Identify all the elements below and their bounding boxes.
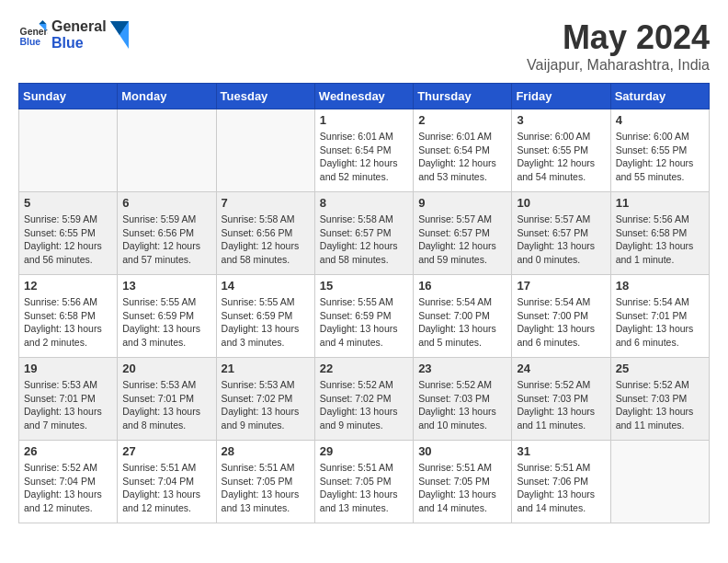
day-number: 2 <box>418 113 506 127</box>
logo-arrow-icon <box>110 21 129 49</box>
calendar-cell <box>19 109 118 192</box>
page-header: General Blue General Blue May 2024 Vaija… <box>18 18 710 74</box>
day-number: 18 <box>616 279 704 293</box>
calendar-cell: 25Sunrise: 5:52 AMSunset: 7:03 PMDayligh… <box>610 358 709 441</box>
cell-info: Sunrise: 5:59 AMSunset: 6:55 PMDaylight:… <box>24 213 112 267</box>
column-header-monday: Monday <box>118 84 216 109</box>
logo-text-general: General <box>51 18 107 35</box>
day-number: 24 <box>517 362 605 375</box>
calendar-cell: 9Sunrise: 5:57 AMSunset: 6:57 PMDaylight… <box>414 192 512 275</box>
svg-marker-3 <box>39 20 46 24</box>
calendar-week-row: 26Sunrise: 5:52 AMSunset: 7:04 PMDayligh… <box>19 441 710 523</box>
cell-info: Sunrise: 5:55 AMSunset: 6:59 PMDaylight:… <box>320 295 408 350</box>
calendar-cell: 23Sunrise: 5:52 AMSunset: 7:03 PMDayligh… <box>414 358 512 441</box>
day-number: 27 <box>122 444 210 458</box>
day-number: 15 <box>320 279 408 293</box>
day-number: 29 <box>320 444 408 458</box>
month-year-title: May 2024 <box>527 18 710 57</box>
calendar-week-row: 19Sunrise: 5:53 AMSunset: 7:01 PMDayligh… <box>19 358 710 441</box>
day-number: 6 <box>122 196 210 210</box>
day-number: 3 <box>517 113 605 127</box>
cell-info: Sunrise: 5:54 AMSunset: 7:00 PMDaylight:… <box>517 295 605 350</box>
cell-info: Sunrise: 5:55 AMSunset: 6:59 PMDaylight:… <box>122 295 210 350</box>
calendar-cell: 3Sunrise: 6:00 AMSunset: 6:55 PMDaylight… <box>512 109 610 192</box>
calendar-cell: 4Sunrise: 6:00 AMSunset: 6:55 PMDaylight… <box>610 109 709 192</box>
calendar-cell: 21Sunrise: 5:53 AMSunset: 7:02 PMDayligh… <box>216 358 314 441</box>
calendar-cell: 10Sunrise: 5:57 AMSunset: 6:57 PMDayligh… <box>512 192 610 275</box>
cell-info: Sunrise: 5:53 AMSunset: 7:02 PMDaylight:… <box>222 378 310 432</box>
cell-info: Sunrise: 5:51 AMSunset: 7:05 PMDaylight:… <box>222 461 310 515</box>
cell-info: Sunrise: 6:00 AMSunset: 6:55 PMDaylight:… <box>616 130 704 184</box>
cell-info: Sunrise: 6:00 AMSunset: 6:55 PMDaylight:… <box>517 130 605 184</box>
calendar-week-row: 5Sunrise: 5:59 AMSunset: 6:55 PMDaylight… <box>19 192 710 275</box>
column-header-thursday: Thursday <box>414 84 512 109</box>
calendar-cell: 17Sunrise: 5:54 AMSunset: 7:00 PMDayligh… <box>512 275 610 358</box>
day-number: 26 <box>24 444 112 458</box>
column-header-tuesday: Tuesday <box>216 84 314 109</box>
calendar-cell: 19Sunrise: 5:53 AMSunset: 7:01 PMDayligh… <box>19 358 118 441</box>
day-number: 17 <box>517 279 605 293</box>
calendar-header-row: SundayMondayTuesdayWednesdayThursdayFrid… <box>19 84 710 109</box>
day-number: 31 <box>517 444 605 458</box>
location-subtitle: Vaijapur, Maharashtra, India <box>527 57 710 74</box>
day-number: 9 <box>418 196 506 210</box>
cell-info: Sunrise: 5:51 AMSunset: 7:05 PMDaylight:… <box>418 461 506 515</box>
calendar-cell: 12Sunrise: 5:56 AMSunset: 6:58 PMDayligh… <box>19 275 118 358</box>
logo-text-blue: Blue <box>51 35 107 52</box>
calendar-cell: 30Sunrise: 5:51 AMSunset: 7:05 PMDayligh… <box>414 441 512 523</box>
day-number: 19 <box>24 362 112 375</box>
day-number: 28 <box>222 444 310 458</box>
day-number: 8 <box>320 196 408 210</box>
day-number: 10 <box>517 196 605 210</box>
cell-info: Sunrise: 5:57 AMSunset: 6:57 PMDaylight:… <box>517 213 605 267</box>
cell-info: Sunrise: 5:52 AMSunset: 7:02 PMDaylight:… <box>320 378 408 432</box>
day-number: 20 <box>122 362 210 375</box>
day-number: 12 <box>24 279 112 293</box>
cell-info: Sunrise: 5:58 AMSunset: 6:57 PMDaylight:… <box>320 213 408 267</box>
cell-info: Sunrise: 6:01 AMSunset: 6:54 PMDaylight:… <box>320 130 408 184</box>
column-header-saturday: Saturday <box>610 84 709 109</box>
calendar-cell: 15Sunrise: 5:55 AMSunset: 6:59 PMDayligh… <box>314 275 413 358</box>
cell-info: Sunrise: 5:58 AMSunset: 6:56 PMDaylight:… <box>222 213 310 267</box>
calendar-cell: 1Sunrise: 6:01 AMSunset: 6:54 PMDaylight… <box>314 109 413 192</box>
cell-info: Sunrise: 5:51 AMSunset: 7:05 PMDaylight:… <box>320 461 408 515</box>
title-block: May 2024 Vaijapur, Maharashtra, India <box>527 18 710 74</box>
calendar-cell: 2Sunrise: 6:01 AMSunset: 6:54 PMDaylight… <box>414 109 512 192</box>
column-header-friday: Friday <box>512 84 610 109</box>
calendar-cell: 22Sunrise: 5:52 AMSunset: 7:02 PMDayligh… <box>314 358 413 441</box>
cell-info: Sunrise: 5:53 AMSunset: 7:01 PMDaylight:… <box>24 378 112 432</box>
logo: General Blue General Blue <box>18 18 129 51</box>
calendar-cell: 13Sunrise: 5:55 AMSunset: 6:59 PMDayligh… <box>118 275 216 358</box>
day-number: 11 <box>616 196 704 210</box>
logo-icon: General Blue <box>18 20 48 50</box>
calendar-cell <box>118 109 216 192</box>
column-header-sunday: Sunday <box>19 84 118 109</box>
calendar-cell: 28Sunrise: 5:51 AMSunset: 7:05 PMDayligh… <box>216 441 314 523</box>
cell-info: Sunrise: 5:55 AMSunset: 6:59 PMDaylight:… <box>222 295 310 350</box>
calendar-cell: 27Sunrise: 5:51 AMSunset: 7:04 PMDayligh… <box>118 441 216 523</box>
calendar-cell: 31Sunrise: 5:51 AMSunset: 7:06 PMDayligh… <box>512 441 610 523</box>
cell-info: Sunrise: 5:52 AMSunset: 7:03 PMDaylight:… <box>517 378 605 432</box>
calendar-week-row: 12Sunrise: 5:56 AMSunset: 6:58 PMDayligh… <box>19 275 710 358</box>
day-number: 7 <box>222 196 310 210</box>
day-number: 21 <box>222 362 310 375</box>
svg-text:Blue: Blue <box>20 37 41 47</box>
calendar-cell: 14Sunrise: 5:55 AMSunset: 6:59 PMDayligh… <box>216 275 314 358</box>
calendar-cell: 24Sunrise: 5:52 AMSunset: 7:03 PMDayligh… <box>512 358 610 441</box>
calendar-cell: 5Sunrise: 5:59 AMSunset: 6:55 PMDaylight… <box>19 192 118 275</box>
calendar-cell: 11Sunrise: 5:56 AMSunset: 6:58 PMDayligh… <box>610 192 709 275</box>
day-number: 5 <box>24 196 112 210</box>
day-number: 13 <box>122 279 210 293</box>
calendar-cell <box>610 441 709 523</box>
calendar-cell <box>216 109 314 192</box>
day-number: 22 <box>320 362 408 375</box>
calendar-table: SundayMondayTuesdayWednesdayThursdayFrid… <box>18 83 710 523</box>
calendar-cell: 7Sunrise: 5:58 AMSunset: 6:56 PMDaylight… <box>216 192 314 275</box>
day-number: 4 <box>616 113 704 127</box>
calendar-cell: 20Sunrise: 5:53 AMSunset: 7:01 PMDayligh… <box>118 358 216 441</box>
cell-info: Sunrise: 5:59 AMSunset: 6:56 PMDaylight:… <box>122 213 210 267</box>
cell-info: Sunrise: 5:54 AMSunset: 7:00 PMDaylight:… <box>418 295 506 350</box>
cell-info: Sunrise: 6:01 AMSunset: 6:54 PMDaylight:… <box>418 130 506 184</box>
cell-info: Sunrise: 5:56 AMSunset: 6:58 PMDaylight:… <box>616 213 704 267</box>
cell-info: Sunrise: 5:57 AMSunset: 6:57 PMDaylight:… <box>418 213 506 267</box>
